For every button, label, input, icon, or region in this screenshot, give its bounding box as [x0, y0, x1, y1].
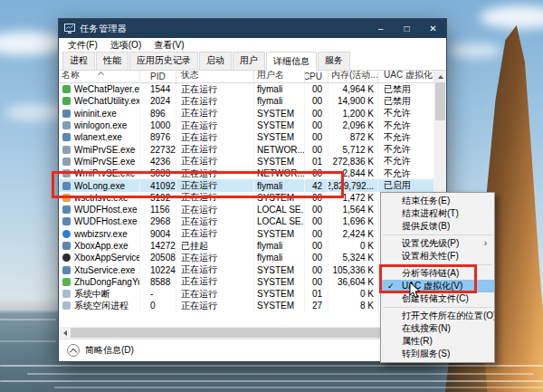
tab-users[interactable]: 用户	[233, 52, 265, 70]
process-name: winlogon.exe	[74, 120, 127, 130]
tab-processes[interactable]: 进程	[62, 52, 95, 70]
app-window-icon	[62, 217, 71, 225]
cell-name: WeChatPlayer.exe	[59, 83, 140, 95]
menu-item-go-to-services[interactable]: 转到服务(S)	[381, 348, 494, 360]
table-row[interactable]: WmiPrvSE.exe22732正在运行NETWOR...005,712 K不…	[59, 143, 446, 155]
vertical-scrollbar-thumb[interactable]	[435, 82, 445, 120]
window-title: 任务管理器	[80, 23, 128, 35]
sort-ascending-icon	[98, 72, 104, 78]
column-header-name[interactable]: 名称	[59, 71, 140, 82]
fewer-details-button[interactable]: 简略信息(D)	[85, 344, 134, 357]
table-row[interactable]: winlogon.exe1000正在运行SYSTEM002,096 K不允许	[59, 120, 446, 131]
cell-user: LOCAL SE...	[254, 204, 305, 215]
cell-name: WUDFHost.exe	[59, 204, 140, 215]
cell-name: XboxAppServices...	[59, 252, 140, 263]
app-window-icon	[62, 242, 71, 250]
table-row[interactable]: WmiPrvSE.exe4236正在运行SYSTEM01272,836 K不允许	[59, 156, 446, 167]
cell-mem: 272,836 K	[329, 156, 378, 167]
annotation-box-selected-row	[52, 171, 344, 198]
cell-cpu: 00	[305, 120, 329, 131]
menu-item-create-dump-file[interactable]: 创建转储文件(C)	[381, 292, 494, 305]
scroll-left-icon[interactable]	[59, 327, 71, 339]
table-row[interactable]: wlanext.exe8976正在运行SYSTEM00872 K不允许	[59, 131, 446, 143]
wechat-icon	[62, 97, 71, 105]
menu-item-label: 设置优先级(P)	[402, 238, 459, 248]
cell-name: ZhuDongFangYu.exe	[59, 276, 140, 288]
column-header-cpu[interactable]: CPU	[305, 71, 329, 82]
cell-mem: 2,424 K	[329, 228, 378, 240]
cell-name: XtuService.exe	[59, 263, 140, 275]
table-row[interactable]: WeChatUtility.exe2024正在运行flymali0014,900…	[59, 95, 446, 107]
menu-item-label: 提供反馈(B)	[402, 221, 450, 231]
scroll-up-icon[interactable]	[434, 71, 446, 82]
process-name: WmiPrvSE.exe	[74, 145, 135, 155]
tab-details[interactable]: 详细信息	[266, 52, 317, 71]
cell-cpu: 01	[305, 288, 329, 300]
table-row[interactable]: wininit.exe896正在运行SYSTEM001,200 K不允许	[59, 108, 446, 120]
menu-item-label: 打开文件所在的位置(O)	[402, 311, 494, 320]
process-name: 系统空闲进程	[74, 300, 129, 311]
chevron-up-circle-icon[interactable]	[67, 344, 80, 357]
cell-name: wlanext.exe	[59, 131, 140, 143]
cell-mem: 1,696 K	[329, 215, 378, 227]
menu-item-provide-feedback[interactable]: 提供反馈(B)	[381, 220, 494, 233]
title-bar[interactable]: 任务管理器 – □ ✕	[59, 19, 446, 38]
cell-status: 正在运行	[176, 120, 254, 131]
cell-user: NETWOR...	[254, 143, 305, 155]
cell-pid: 1544	[140, 83, 176, 95]
menu-view[interactable]: 查看(V)	[148, 38, 190, 53]
column-header-status[interactable]: 状态	[176, 71, 254, 82]
cell-pid: 1000	[140, 120, 176, 131]
menu-options[interactable]: 选项(O)	[104, 38, 148, 53]
cell-mem: 36,604 K	[329, 276, 378, 288]
app-window-icon	[62, 266, 71, 274]
table-row[interactable]: WeChatPlayer.exe1544正在运行flymali004,964 K…	[59, 83, 446, 95]
cell-cpu: 00	[305, 143, 329, 155]
cell-pid: 2024	[140, 95, 176, 107]
app-window-icon	[62, 206, 71, 214]
column-header-label: 状态	[181, 71, 199, 81]
horizontal-scrollbar[interactable]	[59, 327, 434, 339]
cell-uac: 不允许	[378, 143, 434, 155]
cell-name: WmiPrvSE.exe	[59, 156, 140, 167]
column-header-user[interactable]: 用户名	[254, 71, 305, 82]
cell-mem: 5,324 K	[329, 252, 378, 263]
menu-file[interactable]: 文件(F)	[62, 38, 104, 53]
column-header-pid[interactable]: PID	[140, 71, 176, 82]
tab-app-history[interactable]: 应用历史记录	[129, 52, 198, 70]
menu-item-end-task[interactable]: 结束任务(E)	[381, 195, 494, 207]
tab-startup[interactable]: 启动	[199, 52, 232, 70]
cell-name: winlogon.exe	[59, 120, 140, 131]
column-header-label: 名称	[62, 71, 80, 81]
cell-uac: 不允许	[378, 167, 434, 179]
cell-mem: 14,900 K	[329, 95, 378, 107]
menu-item-properties[interactable]: 属性(R)	[381, 335, 494, 348]
window-controls: – □ ✕	[367, 19, 446, 38]
close-button[interactable]: ✕	[420, 19, 446, 38]
process-name: wlanext.exe	[74, 132, 122, 142]
menu-item-set-priority[interactable]: 设置优先级(P)›	[381, 237, 494, 250]
menu-item-search-online[interactable]: 在线搜索(N)	[381, 322, 494, 335]
minimize-button[interactable]: –	[367, 19, 394, 38]
cell-pid: 20508	[140, 252, 176, 263]
cell-status: 正在运行	[176, 83, 254, 95]
column-header-mem[interactable]: 内存(活动...	[329, 71, 378, 82]
cell-cpu: 00	[305, 131, 329, 143]
process-name: wininit.exe	[74, 109, 117, 119]
gear-icon	[62, 158, 71, 166]
annotation-box-uac-menu-item	[379, 264, 477, 293]
tab-performance[interactable]: 性能	[96, 52, 129, 70]
menu-item-set-affinity[interactable]: 设置相关性(F)	[381, 250, 494, 263]
tab-services[interactable]: 服务	[318, 52, 350, 70]
process-name: XtuService.exe	[74, 265, 135, 275]
menu-item-open-file-location[interactable]: 打开文件所在的位置(O)	[381, 310, 494, 322]
cell-uac: 不允许	[378, 108, 434, 120]
column-header-uac[interactable]: UAC 虚拟化	[378, 71, 434, 82]
menu-item-end-process-tree[interactable]: 结束进程树(T)	[381, 207, 494, 220]
cell-uac: 不允许	[378, 120, 434, 131]
maximize-button[interactable]: □	[394, 19, 420, 38]
cell-cpu: 00	[305, 228, 329, 240]
horizontal-scrollbar-thumb[interactable]	[71, 328, 425, 338]
menu-item-label: 设置相关性(F)	[402, 251, 459, 261]
desktop: 任务管理器 – □ ✕ 文件(F)选项(O)查看(V) 进程性能应用历史记录启动…	[0, 0, 543, 392]
